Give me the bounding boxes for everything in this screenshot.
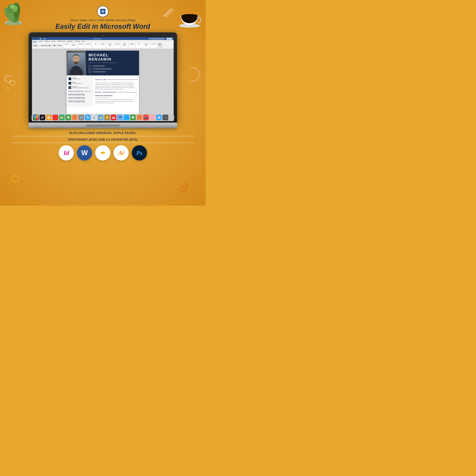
resume-left-column: 📱 PHONE +123 456 789 ✉ [67,75,93,107]
indesign-icon: Id [59,145,74,160]
svg-rect-20 [36,118,38,120]
tab-home[interactable]: Home [33,40,37,42]
tab-view[interactable]: View [82,40,85,42]
tab-design[interactable]: Design [44,40,49,42]
subtitle-text: All text, shape, color is 100% editable … [0,19,206,22]
style-book-title[interactable]: Book Title [150,43,157,48]
stat-icon-briefcase: ⚡ [88,68,91,70]
dock-files[interactable]: 📂 [59,115,65,120]
resume-right-column: ABOUT ME Lorem ipsum dolor sit amet, con… [93,75,139,107]
paste-btn[interactable]: Paste [33,45,38,47]
stat-icon-trophy: ★ [88,71,91,73]
word-doc-title: Document1 [93,38,101,40]
search-in-document[interactable]: Search in Document [152,38,164,39]
style-emphasis[interactable]: Emphasis [114,43,121,48]
email-info: EMAIL User@example.com [72,82,83,84]
word-icon-circle: W [97,6,108,17]
word-titlebar: ⬛ ⬛ ⬛ 💾 ↩ ↪ ▶ Document1 🔍 Search in Docu… [32,37,174,40]
stat-awards-label: 8 AWARD ACHIEVER [92,71,106,73]
style-quote[interactable]: Quote [136,43,142,48]
style-heading1[interactable]: Heading 1 [78,43,85,48]
dock-music[interactable]: 🎵 [137,115,142,120]
tab-insert[interactable]: Insert [39,40,42,42]
style-no-spacing[interactable]: No Spacing [70,43,77,48]
style-subtitle[interactable]: Subtitle [99,43,106,48]
dock-facetime[interactable]: 💻 [117,115,123,120]
word-content-area: MICHAEL BENJAMIN COMPUTER PROGRAMMER ✓ 7… [32,49,174,121]
dock-facetime2[interactable]: 💬 [130,115,136,120]
share-button[interactable]: Share [167,38,172,40]
email-value: User@example.com [72,83,83,84]
dock-itunes[interactable]: 🎵 [72,115,78,120]
svg-point-16 [77,58,78,59]
tab-mailings[interactable]: Mailings [67,40,73,42]
style-strong[interactable]: Strong [128,43,135,48]
work-position-1: ENTER YOUR JOB POSITION 2010 [95,95,137,97]
edu-school-1: 2017 / Name of University / College [68,95,91,96]
stat-icon-check: ✓ [88,65,91,67]
font-size-decrease[interactable]: A- [57,45,58,47]
address-info: ADDRESS Your Home Address Name Here [72,86,89,88]
work-desc-1: Lorem ipsum dolor sit amet, consectetur … [95,99,137,103]
stat-experience: ⚡ 10 YEARS WORK EXPERIENCE [88,68,136,70]
style-intense-emph[interactable]: Intense Emph. [121,43,128,48]
laptop-base [29,123,177,127]
dock-calendar[interactable]: 9 [52,115,58,120]
included-line2: PHOTOSHOP (PSD) AND ILLUSTRATOR (EPS) [0,138,206,141]
phone-value: +123 456 789 [72,78,79,80]
dock-messages[interactable]: 💬 [66,115,71,120]
photoshop-icon: Ps [132,145,147,160]
styles-pane-btn[interactable]: Styles Pane [158,43,162,48]
dock-quicktime[interactable]: 📹 [163,115,168,120]
dock-icloud[interactable]: ☁️ [156,115,162,120]
dock-photos2[interactable]: 🌸 [150,115,155,120]
tab-review[interactable]: Review [75,40,80,42]
header: W All text, shape, color is 100% editabl… [0,0,206,31]
laptop-container: ⬛ ⬛ ⬛ 💾 ↩ ↪ ▶ Document1 🔍 Search in Docu… [0,32,206,128]
laptop: ⬛ ⬛ ⬛ 💾 ↩ ↪ ▶ Document1 🔍 Search in Docu… [29,32,177,128]
laptop-body: ⬛ ⬛ ⬛ 💾 ↩ ↪ ▶ Document1 🔍 Search in Docu… [29,32,177,123]
edu-school-2: 2017 / Name of University / College [68,98,91,99]
size-select[interactable]: 12 [51,45,56,47]
resume-job-title: COMPUTER PROGRAMMER [88,62,136,63]
mac-dock: 🚀 🧭 9 📂 💬 🎵 ⚙️ 📡 🗑️ [32,114,174,121]
contact-phone: 📱 PHONE +123 456 789 [68,77,91,80]
resume-stats: ✓ 70 PROJECT DONE ⚡ 10 YEARS WORK EXPERI… [88,65,136,73]
dock-network[interactable]: 📡 [85,115,91,120]
resume-photo [67,51,86,75]
style-intense-quote[interactable]: Intense Quote [143,43,150,48]
style-heading2[interactable]: Heading 2 [85,43,92,48]
dock-camera[interactable]: 📷 [143,115,149,120]
font-bold[interactable]: B [58,45,59,47]
style-normal[interactable]: Normal [63,43,70,48]
svg-rect-19 [34,118,36,120]
bottom-section: ALSO INCLUDED INDESIGN, APPLE PAGES, PHO… [0,131,206,160]
dock-finder[interactable] [33,115,39,120]
dock-photos[interactable]: 🖼️ [98,115,103,120]
dock-trash[interactable]: 🗑️ [91,115,97,120]
phone-info: PHONE +123 456 789 [72,77,79,80]
phone-icon: 📱 [68,78,71,80]
edu-item-1: ENTER YOUR DEGREE HERE 2017 / Name of Un… [68,94,91,96]
software-icons: Id W ✏ Ai Ps [0,145,206,160]
work-section-title: WORK EXPERIENCE [95,91,137,93]
word-toolbar: Paste Calibri (Body) 12 A- B [33,43,173,48]
laptop-screen: ⬛ ⬛ ⬛ 💾 ↩ ↪ ▶ Document1 🔍 Search in Docu… [32,37,174,121]
dock-notes[interactable]: 📒 [104,115,110,120]
style-title[interactable]: Title [92,43,99,48]
dock-calendar2[interactable]: 📅 [111,115,117,120]
tab-layout[interactable]: Layout [51,40,56,42]
font-select[interactable]: Calibri (Body) [40,45,51,47]
dock-safari[interactable]: 🧭 [46,115,52,120]
font-underline[interactable]: U [61,45,62,47]
laptop-foot [29,127,177,128]
dock-launchpad[interactable]: 🚀 [40,115,45,120]
svg-point-15 [74,58,75,59]
tab-references[interactable]: References [57,40,65,42]
font-italic[interactable]: I [60,45,60,47]
word-ribbon: Home Insert Design Layout References Mai… [32,40,174,49]
divider-1 [11,136,194,136]
style-subtle-emph[interactable]: Subtle Emph. [107,43,114,48]
dock-settings[interactable]: ⚙️ [78,115,84,120]
dock-appstore[interactable]: 🌐 [124,115,130,120]
